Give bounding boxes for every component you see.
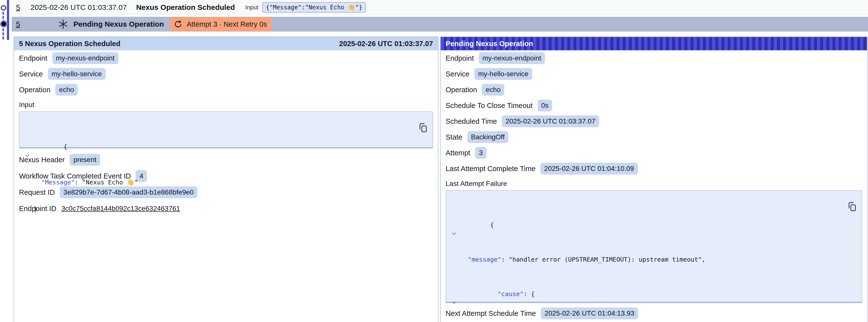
pending-operation-header: Pending Nexus Operation [441, 37, 867, 50]
field-value-badge: my-hello-service [474, 68, 532, 80]
last-attempt-failure-code-block: { "message": "handler error (UPSTREAM_TI… [445, 190, 862, 303]
field-value-badge: my-hello-service [48, 68, 105, 80]
field-label: Service [19, 70, 43, 78]
collapse-chevron-icon[interactable] [451, 213, 457, 219]
field-label: Last Attempt Complete Time [445, 165, 535, 173]
field-row-schedule-to-close-timeout: Schedule To Close Timeout 0s [441, 98, 867, 114]
event-id-link[interactable]: 5 [16, 3, 20, 11]
event-detail-panel: 5 Nexus Operation Scheduled 2025-02-26 U… [13, 36, 438, 322]
field-row-state: State BackingOff [441, 129, 867, 145]
input-section-label: Input [14, 99, 438, 110]
json-line: } [34, 205, 415, 214]
field-value-badge: echo [55, 84, 78, 96]
field-row-endpoint: Endpoint my-nexus-endpoint [14, 50, 438, 66]
timeline-open-node-icon [1, 5, 6, 10]
json-line: "Message": "Nexus Echo 👋" [34, 178, 415, 187]
field-row-scheduled-time: Scheduled Time 2025-02-26 UTC 01:03:37.0… [441, 114, 867, 129]
event-history-view: 5 2025-02-26 UTC 01:03:37.07 Nexus Opera… [0, 0, 868, 322]
field-row-last-attempt-complete-time: Last Attempt Complete Time 2025-02-26 UT… [441, 161, 867, 176]
field-value-badge: 2025-02-26 UTC 01:03:37.07 [502, 116, 599, 127]
copy-button[interactable] [418, 115, 429, 126]
field-label: Operation [445, 86, 477, 94]
pending-operation-header-title: Pending Nexus Operation [445, 40, 533, 48]
last-attempt-failure-label: Last Attempt Failure [441, 178, 867, 189]
pending-nexus-operation-row[interactable]: 5 Pending Nexus Operation Attempt 3 · Ne… [11, 17, 868, 32]
timeline-current-node-icon [1, 22, 6, 26]
json-line: { [34, 134, 415, 160]
field-row-service: Service my-hello-service [441, 66, 867, 82]
attempt-retry-badge: Attempt 3 · Next Retry 0s [170, 17, 271, 31]
event-name: Nexus Operation Scheduled [136, 3, 235, 11]
event-input-preview-chip[interactable]: {"Message":"Nexus Echo 👋"} [262, 2, 366, 12]
event-detail-header: 5 Nexus Operation Scheduled 2025-02-26 U… [14, 37, 438, 50]
attempt-retry-text: Attempt 3 · Next Retry 0s [187, 20, 267, 28]
pending-event-id-link[interactable]: 5 [16, 20, 20, 28]
event-timestamp: 2025-02-26 UTC 01:03:37.07 [31, 3, 127, 11]
field-label: Schedule To Close Timeout [445, 102, 533, 110]
pending-asterisk-icon [58, 19, 69, 30]
field-value-badge: 2025-02-26 UTC 01:04:10.09 [540, 163, 638, 174]
event-detail-title: 5 Nexus Operation Scheduled [19, 40, 120, 48]
field-row-operation: Operation echo [441, 82, 867, 98]
field-label: Scheduled Time [445, 117, 497, 126]
field-row-service: Service my-hello-service [14, 66, 438, 82]
field-label: Attempt [445, 149, 470, 157]
pending-operation-panel: Pending Nexus Operation Endpoint my-nexu… [440, 36, 868, 322]
json-line: "message": "handler error (UPSTREAM_TIME… [460, 255, 844, 264]
field-row-attempt: Attempt 3 [441, 145, 867, 161]
copy-icon [847, 201, 858, 212]
copy-icon [418, 122, 429, 133]
json-line: { [460, 212, 844, 238]
json-line: "cause": { [460, 281, 844, 307]
field-row-operation: Operation echo [14, 82, 438, 98]
timeline-selection-bar [7, 0, 9, 40]
field-label: Endpoint [19, 54, 48, 62]
field-value-badge: my-nexus-endpoint [479, 52, 545, 64]
pending-operation-title: Pending Nexus Operation [73, 20, 164, 28]
input-code-block: { "Message": "Nexus Echo 👋" } [19, 111, 433, 149]
event-input-label: Input [245, 4, 258, 11]
event-row-nexus-operation-scheduled[interactable]: 5 2025-02-26 UTC 01:03:37.07 Nexus Opera… [11, 0, 868, 15]
collapse-chevron-icon[interactable] [451, 282, 457, 288]
collapse-chevron-icon[interactable] [24, 135, 30, 141]
retry-icon [173, 19, 183, 29]
field-label: Operation [19, 86, 50, 94]
field-row-endpoint: Endpoint my-nexus-endpoint [441, 50, 867, 66]
field-value-badge: 3 [475, 147, 487, 159]
field-value-badge: BackingOff [467, 131, 508, 143]
field-value-badge: 0s [538, 100, 552, 111]
field-label: State [445, 133, 462, 141]
field-label: Endpoint [445, 54, 474, 62]
field-value-badge: echo [482, 84, 504, 96]
copy-button[interactable] [847, 194, 858, 205]
field-value-badge: my-nexus-endpoint [52, 52, 118, 64]
field-label: Service [445, 70, 469, 78]
event-detail-timestamp: 2025-02-26 UTC 01:03:37.07 [339, 40, 433, 48]
